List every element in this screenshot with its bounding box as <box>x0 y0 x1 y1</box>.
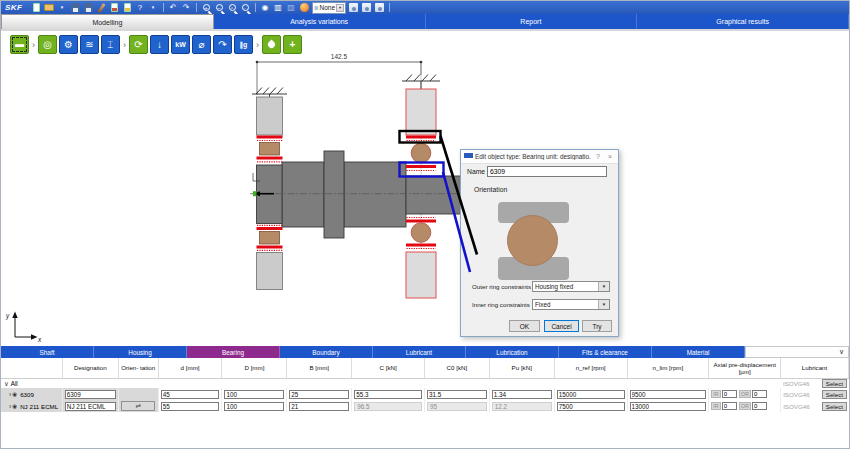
D-field[interactable] <box>224 402 284 411</box>
outer-ring-constraints-dropdown[interactable]: Housing fixed ▼ <box>532 281 610 292</box>
n-ref-field[interactable] <box>557 402 625 411</box>
n-ref-field[interactable] <box>557 390 625 399</box>
dialog-close-button[interactable]: × <box>605 153 615 160</box>
lubricant-select-button[interactable]: Select <box>822 402 847 411</box>
header-n-lim: n_lim [rpm] <box>628 358 710 378</box>
expand-all-chevron[interactable]: ∨ <box>4 380 9 388</box>
d-field[interactable] <box>161 390 220 399</box>
table-tab-material[interactable]: Material <box>652 346 745 358</box>
user-view-button-2[interactable] <box>361 2 372 13</box>
open-dropdown-caret[interactable]: ▾ <box>57 2 68 13</box>
outer-ring-constraints-value: Housing fixed <box>533 283 598 290</box>
outer-ring-constraints-label: Outer ring constraints <box>472 283 531 290</box>
tab-report[interactable]: Report <box>426 14 638 29</box>
dialog-titlebar[interactable]: Edit object type: Bearing unit: designat… <box>461 150 618 164</box>
Pu-field[interactable] <box>492 390 552 399</box>
Pu-cell <box>490 388 555 400</box>
header-axial-predisplacement: Axial pre-displacement [µm] <box>709 358 781 378</box>
save-button[interactable] <box>70 2 81 13</box>
ir-field[interactable] <box>722 390 737 398</box>
lubricant-tool-button[interactable] <box>262 35 281 54</box>
D-field[interactable] <box>224 390 284 399</box>
table-tab-lubricant[interactable]: Lubricant <box>373 346 466 358</box>
tab-analysis-variations[interactable]: Analysis variations <box>214 14 426 29</box>
or-field[interactable] <box>752 390 767 398</box>
open-file-button[interactable] <box>44 2 55 13</box>
n-lim-field[interactable] <box>630 402 707 411</box>
C-field[interactable] <box>354 390 422 399</box>
designation-field[interactable] <box>65 390 116 399</box>
help-button[interactable]: ? <box>135 2 146 13</box>
ok-button[interactable]: OK <box>509 320 540 332</box>
zoom-window-button[interactable]: ▫ <box>227 2 238 13</box>
pages-button[interactable]: ▥ <box>273 2 284 13</box>
zoom-fit-button[interactable]: · <box>240 2 251 13</box>
cancel-button[interactable]: Cancel <box>544 320 579 332</box>
row-expander[interactable]: › <box>9 403 11 410</box>
tab-graphical-results[interactable]: Graphical results <box>637 14 849 29</box>
chevron-down-icon: ▼ <box>598 282 609 291</box>
table-tab-fits-clearance[interactable]: Fits & clearance <box>559 346 652 358</box>
B-field[interactable] <box>289 402 349 411</box>
new-document-button[interactable] <box>31 2 42 13</box>
inner-ring-constraints-dropdown[interactable]: Fixed ▼ <box>532 299 610 310</box>
user-view-button-1[interactable] <box>348 2 359 13</box>
force-tool-button[interactable]: ↓ <box>150 35 169 54</box>
orientation-flip-button[interactable]: ⇄ <box>121 401 155 411</box>
shaft-tool-button[interactable]: ▬ <box>10 35 29 54</box>
d-cell <box>159 400 223 412</box>
gravity-tool-button[interactable]: ∥g <box>234 35 253 54</box>
rotation-tool-button[interactable]: ⟳ <box>129 35 148 54</box>
n-lim-field[interactable] <box>630 390 707 399</box>
new-note-button[interactable] <box>122 2 133 13</box>
dialog-help-button[interactable]: ? <box>593 153 603 160</box>
tab-modelling[interactable]: Modelling <box>1 14 214 29</box>
bearing-tool-button[interactable]: ◎ <box>38 35 57 54</box>
table-tab-shaft[interactable]: Shaft <box>1 346 94 358</box>
name-field[interactable] <box>487 166 607 177</box>
spring-tool-button[interactable]: ≋ <box>80 35 99 54</box>
model-canvas[interactable]: ▬ › ◎ ⚙ ≋ ⌶ › ⟳ ↓ kW ⌀ ↷ ∥g › + <box>1 29 850 346</box>
ir-chip: IR <box>711 402 721 410</box>
support-tool-button[interactable]: ⌶ <box>101 35 120 54</box>
d-field[interactable] <box>161 402 220 411</box>
C0-field[interactable] <box>427 390 487 399</box>
moment-tool-button[interactable]: ↷ <box>213 35 232 54</box>
C-cell: 96.5 <box>352 400 425 412</box>
table-tab-lubrication[interactable]: Lubrication <box>466 346 559 358</box>
zoom-out-button[interactable]: − <box>214 2 225 13</box>
shaft-body[interactable] <box>257 151 470 238</box>
try-button[interactable]: Try <box>582 320 612 332</box>
power-tool-button[interactable]: kW <box>171 35 190 54</box>
user-view-button-3[interactable] <box>374 2 385 13</box>
zoom-in-button[interactable]: + <box>201 2 212 13</box>
or-field[interactable] <box>752 402 767 410</box>
table-tab-bearing[interactable]: Bearing <box>187 346 280 358</box>
pin-tool-button[interactable]: ⌀ <box>192 35 211 54</box>
save-as-button[interactable] <box>83 2 94 13</box>
designation-field[interactable] <box>65 402 116 411</box>
gravity-icon: ∥g <box>240 41 248 48</box>
brush-icon <box>97 3 105 13</box>
render-button[interactable] <box>299 2 310 13</box>
note-icon <box>124 3 131 12</box>
row-expander[interactable]: › <box>9 391 11 398</box>
lubrication-method-button[interactable]: + <box>283 35 302 54</box>
grease-cross-icon: + <box>290 40 296 50</box>
display-mode-dropdown[interactable]: ≣ None ▾ <box>312 2 347 14</box>
display-mode-value: None <box>320 4 336 11</box>
help-dropdown-caret[interactable]: ▾ <box>148 2 159 13</box>
collapse-chevron-icon[interactable]: ∨ <box>839 348 844 356</box>
edit-document-button[interactable] <box>109 2 120 13</box>
undo-button[interactable]: ↶ <box>168 2 179 13</box>
group-lubricant-select-button[interactable]: Select <box>822 379 847 388</box>
ir-field[interactable] <box>722 402 737 410</box>
gear-tool-button[interactable]: ⚙ <box>59 35 78 54</box>
table-tab-housing[interactable]: Housing <box>94 346 187 358</box>
table-tab-boundary[interactable]: Boundary <box>280 346 373 358</box>
redo-button[interactable]: ↷ <box>181 2 192 13</box>
B-field[interactable] <box>289 390 349 399</box>
lubricant-select-button[interactable]: Select <box>822 390 847 399</box>
brush-button[interactable] <box>96 2 107 13</box>
view-button[interactable]: ◉ <box>260 2 271 13</box>
